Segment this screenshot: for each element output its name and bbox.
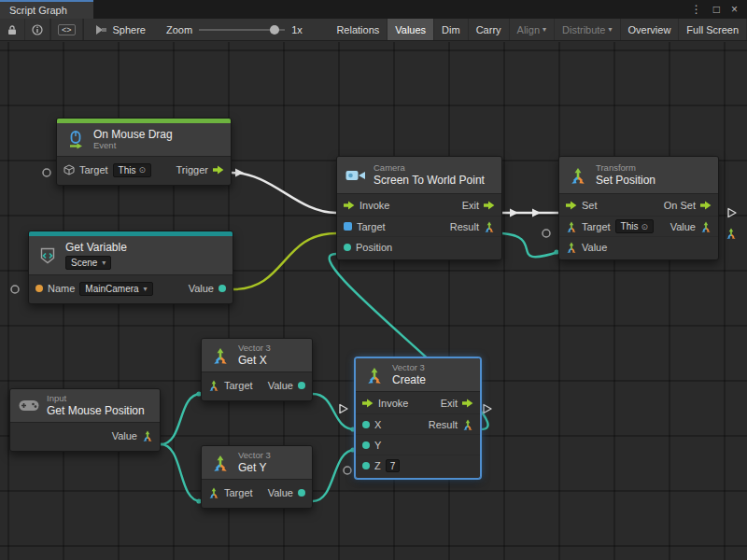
toolbar-button-carry[interactable]: Carry xyxy=(469,19,510,40)
node-title: Get Variable xyxy=(65,241,127,254)
flow-input-port[interactable] xyxy=(344,201,355,210)
node-category: Input xyxy=(47,394,145,404)
unconnected-flow-triangle[interactable] xyxy=(484,405,491,413)
zoom-value: 1x xyxy=(291,24,303,35)
vector3-input-port[interactable] xyxy=(208,380,219,391)
transform-input-port[interactable] xyxy=(566,221,577,232)
zoom-slider-handle[interactable] xyxy=(270,25,279,35)
vector3-output-port[interactable] xyxy=(700,221,712,232)
vector3-output-port[interactable] xyxy=(462,419,473,430)
toolbar-button-values[interactable]: Values xyxy=(388,19,434,40)
variable-icon xyxy=(36,246,59,265)
toolbar-button-full-screen[interactable]: Full Screen xyxy=(679,19,747,40)
x-input-port[interactable] xyxy=(362,421,370,428)
port-label-exit: Exit xyxy=(462,200,479,211)
unconnected-flow-triangle[interactable] xyxy=(340,405,347,413)
chevron-down-icon: ▾ xyxy=(609,25,613,34)
flow-input-port[interactable] xyxy=(362,399,374,408)
unconnected-port-circle[interactable] xyxy=(11,286,19,293)
port-label-y: Y xyxy=(374,440,381,451)
wire-getx-to-x xyxy=(313,394,355,429)
zoom-control: Zoom 1x xyxy=(157,19,312,40)
tab-script-graph[interactable]: Script Graph xyxy=(0,0,93,19)
node-title: Set Position xyxy=(596,174,655,187)
y-input-port[interactable] xyxy=(362,441,370,449)
toolbar-button-distribute[interactable]: Distribute▾ xyxy=(555,19,620,40)
node-category: Transform xyxy=(596,163,655,174)
graph-canvas[interactable]: On Mouse Drag Event Target This ⊙ xyxy=(0,42,747,560)
gameobject-icon xyxy=(63,164,75,175)
port-label-z: Z xyxy=(374,460,381,471)
unconnected-flow-triangle[interactable] xyxy=(728,209,736,217)
wire-gety-to-y xyxy=(313,450,355,501)
port-label-target: Target xyxy=(224,380,253,391)
zoom-slider[interactable] xyxy=(199,23,285,36)
port-label-value-in: Value xyxy=(582,242,607,253)
unconnected-port-circle[interactable] xyxy=(543,230,550,237)
toolbar-spacer xyxy=(312,19,330,40)
string-input-port[interactable] xyxy=(35,285,43,292)
vector3-input-port[interactable] xyxy=(566,242,577,253)
window-menu-icon[interactable]: ⋮ xyxy=(691,4,702,15)
node-get-y[interactable]: Vector 3 Get Y Target Value xyxy=(201,445,313,509)
chip-value: This xyxy=(119,165,136,175)
flow-output-port[interactable] xyxy=(462,399,473,408)
object-picker-icon: ⊙ xyxy=(641,222,648,231)
variable-scope-dropdown[interactable]: Scene ▾ xyxy=(65,256,111,270)
tab-title: Script Graph xyxy=(9,5,67,16)
port-label-set: Set xyxy=(582,200,598,211)
wire-result-to-value xyxy=(502,233,558,257)
value-output-port[interactable] xyxy=(298,489,305,497)
port-label-target: Target xyxy=(582,221,611,232)
vector3-input-port[interactable] xyxy=(344,244,351,251)
node-title: Get X xyxy=(238,354,271,367)
variable-name-dropdown[interactable]: MainCamera ▾ xyxy=(79,282,152,296)
flow-input-port[interactable] xyxy=(566,201,577,210)
button-label: Dim xyxy=(442,24,460,35)
lock-toggle-button[interactable] xyxy=(0,19,25,40)
node-get-mouse-position[interactable]: Input Get Mouse Position Value xyxy=(9,388,161,452)
port-label-value: Value xyxy=(189,283,214,294)
port-label-on-set: On Set xyxy=(664,200,696,211)
transform-icon xyxy=(567,167,589,184)
unconnected-port-circle[interactable] xyxy=(344,467,351,474)
target-this-chip[interactable]: This ⊙ xyxy=(615,219,654,233)
node-get-variable[interactable]: Get Variable Scene ▾ Name MainCamera ▾ xyxy=(28,231,233,304)
z-input-port[interactable] xyxy=(362,462,370,469)
script-graph-window: Script Graph ⋮ □ × <> xyxy=(0,0,747,560)
node-vector3-create[interactable]: Vector 3 Create Invoke Exit xyxy=(355,357,481,479)
toolbar-button-overview[interactable]: Overview xyxy=(621,19,680,40)
code-view-button[interactable]: <> xyxy=(51,19,83,40)
z-value-input[interactable]: 7 xyxy=(386,459,401,472)
lock-icon xyxy=(7,24,18,35)
vector3-output-port[interactable] xyxy=(484,221,495,232)
node-get-x[interactable]: Vector 3 Get X Target Value xyxy=(201,338,313,401)
unconnected-vector-port-icon[interactable] xyxy=(727,229,736,239)
toolbar-button-dim[interactable]: Dim xyxy=(434,19,469,40)
flow-output-port[interactable] xyxy=(484,201,495,210)
target-this-chip[interactable]: This ⊙ xyxy=(113,163,151,177)
button-label: Full Screen xyxy=(686,24,739,35)
window-controls: ⋮ □ × xyxy=(691,0,747,19)
node-on-mouse-drag[interactable]: On Mouse Drag Event Target This ⊙ xyxy=(56,118,232,186)
port-label-value-out: Value xyxy=(670,221,696,232)
node-category: Vector 3 xyxy=(392,363,426,373)
vector3-input-port[interactable] xyxy=(208,487,219,498)
node-title: Get Y xyxy=(238,461,271,474)
port-label-target: Target xyxy=(224,487,253,498)
window-maximize-icon[interactable]: □ xyxy=(713,4,720,15)
camera-input-port[interactable] xyxy=(344,222,352,231)
node-screen-to-world-point[interactable]: Camera Screen To World Point Invoke Exit xyxy=(336,156,502,260)
value-output-port[interactable] xyxy=(298,382,305,389)
info-button[interactable] xyxy=(25,19,50,40)
toolbar-button-relations[interactable]: Relations xyxy=(329,19,388,40)
flow-output-port[interactable] xyxy=(213,165,224,175)
flow-output-port[interactable] xyxy=(700,201,712,210)
node-set-position[interactable]: Transform Set Position Set On Set xyxy=(558,156,719,260)
graph-owner-crumb[interactable]: Sphere xyxy=(84,19,157,40)
toolbar-button-align[interactable]: Align▾ xyxy=(510,19,555,40)
window-close-icon[interactable]: × xyxy=(731,4,738,15)
value-output-port[interactable] xyxy=(218,285,226,292)
unconnected-port-circle[interactable] xyxy=(43,169,50,176)
vector3-output-port[interactable] xyxy=(142,430,153,441)
